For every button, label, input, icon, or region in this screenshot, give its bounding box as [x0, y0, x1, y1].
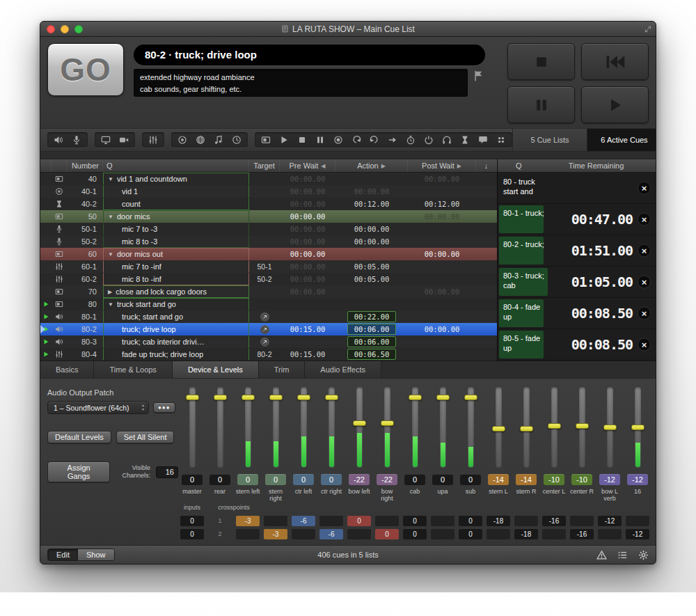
mic-icon[interactable]: [72, 135, 81, 145]
channel-fader[interactable]: [579, 387, 585, 468]
channel-fader[interactable]: [607, 387, 613, 468]
cue-row[interactable]: 50▼door mics00:00.0000:00.00: [40, 210, 497, 223]
timer-icon[interactable]: [406, 135, 416, 145]
crosspoint-cell[interactable]: [292, 529, 315, 539]
cue-row[interactable]: 40-1vid 100:00.0000:00.00: [40, 185, 497, 198]
channel-level-value[interactable]: 0: [460, 474, 481, 485]
disclosure-triangle-icon[interactable]: ▼: [108, 176, 113, 182]
channel-level-value[interactable]: 0: [404, 474, 425, 485]
play-button[interactable]: [581, 86, 649, 123]
active-cue-item[interactable]: 80-5 - fade up00:08.50×: [498, 329, 656, 361]
minimize-window-button[interactable]: [61, 25, 69, 33]
close-active-cue-button[interactable]: ×: [638, 244, 651, 258]
cue-pre-wait[interactable]: 00:15.00: [280, 348, 335, 361]
cue-notes[interactable]: extended highway road ambiance cab sound…: [134, 69, 468, 97]
channel-level-value[interactable]: 0: [237, 474, 258, 485]
group-icon[interactable]: [496, 135, 506, 145]
crosspoint-cell[interactable]: -6: [319, 529, 343, 539]
zoom-window-button[interactable]: [74, 25, 83, 33]
fader-handle-icon[interactable]: [492, 426, 505, 432]
tab-device-levels[interactable]: Device & Levels: [173, 361, 259, 378]
channel-level-value[interactable]: -12: [599, 474, 620, 485]
cue-target[interactable]: 50-2: [249, 273, 280, 285]
fader-handle-icon[interactable]: [631, 425, 644, 430]
go-button[interactable]: GO: [47, 43, 124, 96]
pause-button[interactable]: [507, 86, 575, 123]
close-window-button[interactable]: [47, 25, 55, 33]
cue-target[interactable]: [249, 323, 280, 335]
channel-level-value[interactable]: -10: [544, 474, 564, 485]
disclosure-triangle-icon[interactable]: ▼: [108, 301, 113, 308]
tab-time-loops[interactable]: Time & Loops: [94, 361, 172, 378]
cue-action[interactable]: 00:06.00: [335, 323, 408, 335]
cue-action[interactable]: 00:05.00: [335, 260, 408, 273]
fader-handle-icon[interactable]: [520, 426, 533, 432]
channel-level-value[interactable]: 0: [432, 474, 453, 485]
cue-action[interactable]: 00:00.00: [335, 223, 408, 235]
cue-row[interactable]: 70▶close and lock cargo doors00:00.0000:…: [40, 285, 497, 298]
close-active-cue-button[interactable]: ×: [638, 182, 651, 195]
crosspoint-cell[interactable]: -16: [570, 529, 594, 539]
crosspoint-cell[interactable]: [236, 529, 260, 539]
crosspoint-cell[interactable]: [626, 516, 649, 526]
crosspoint-cell[interactable]: -16: [542, 516, 566, 526]
cue-target[interactable]: 80-2: [249, 348, 280, 361]
cue-action[interactable]: 00:06.00: [335, 335, 408, 348]
assign-gangs-button[interactable]: Assign Gangs: [47, 461, 110, 482]
channel-level-value[interactable]: 0: [293, 474, 314, 485]
channel-fader[interactable]: [412, 387, 418, 468]
cue-row[interactable]: 40-2count00:00.0000:12.0000:12.00: [40, 198, 497, 210]
channel-level-value[interactable]: 0: [321, 474, 342, 485]
show-mode-button[interactable]: Show: [78, 549, 114, 560]
cue-action[interactable]: 00:22.00: [335, 310, 408, 323]
fader-handle-icon[interactable]: [242, 395, 255, 400]
cue-action[interactable]: 00:06.50: [335, 348, 408, 361]
active-cue-item[interactable]: 80-4 - fade up00:08.50×: [498, 298, 656, 329]
channel-fader[interactable]: [217, 387, 223, 468]
crosspoint-cell[interactable]: -6: [292, 516, 315, 526]
edit-mode-button[interactable]: Edit: [48, 549, 78, 560]
visible-channels-value[interactable]: 16: [156, 466, 178, 478]
crosspoint-cell[interactable]: 0: [403, 529, 427, 539]
rewind-button[interactable]: [581, 43, 649, 80]
cue-row[interactable]: 60▼door mics out00:00.0000:00.00: [40, 248, 497, 260]
close-active-cue-button[interactable]: ×: [638, 307, 651, 320]
tab-audio-effects[interactable]: Audio Effects: [305, 361, 381, 378]
channel-fader[interactable]: [189, 387, 196, 468]
channel-level-value[interactable]: -22: [377, 474, 397, 485]
column-header-pre-wait[interactable]: Pre Wait ◀: [280, 159, 335, 172]
target-link-icon[interactable]: [260, 313, 269, 322]
cue-row[interactable]: 60-2mic 8 to -inf50-200:00.0000:05.00: [40, 273, 497, 285]
column-header-post-wait[interactable]: Post Wait ▶: [408, 159, 476, 172]
crosspoint-cell[interactable]: 0: [403, 516, 427, 526]
active-cue-item[interactable]: 80-3 - truck; cab01:05.00×: [498, 267, 656, 298]
cue-row[interactable]: 80-1truck; start and go00:22.00: [40, 310, 497, 323]
channel-level-value[interactable]: -10: [571, 474, 592, 485]
fader-handle-icon[interactable]: [269, 395, 283, 400]
fader-handle-icon[interactable]: [436, 395, 450, 400]
audio-patch-select[interactable]: 1 – Soundflower (64ch) ▲▼: [47, 401, 149, 414]
fader-handle-icon[interactable]: [464, 395, 477, 400]
music-icon[interactable]: [214, 135, 223, 145]
list-icon[interactable]: [617, 550, 628, 560]
target-link-icon[interactable]: [260, 338, 269, 347]
channel-fader[interactable]: [635, 387, 641, 468]
fader-handle-icon[interactable]: [325, 395, 338, 400]
channel-level-value[interactable]: 0: [182, 474, 203, 485]
close-active-cue-button[interactable]: ×: [638, 276, 651, 289]
cue-pre-wait[interactable]: 00:00.00: [280, 210, 335, 223]
channel-fader[interactable]: [356, 387, 363, 468]
flag-icon[interactable]: [473, 70, 485, 82]
target-icon[interactable]: [177, 135, 187, 145]
crosspoint-cell[interactable]: -18: [487, 516, 510, 526]
pause-icon[interactable]: [315, 135, 325, 145]
cue-action[interactable]: 00:00.00: [335, 235, 408, 248]
channel-fader[interactable]: [551, 387, 557, 468]
cue-target[interactable]: [249, 310, 280, 323]
crosspoint-cell[interactable]: -12: [598, 516, 622, 526]
display-icon[interactable]: [101, 135, 111, 145]
channel-fader[interactable]: [440, 387, 446, 468]
channel-level-value[interactable]: -14: [488, 474, 509, 485]
crosspoint-cell[interactable]: 0: [459, 516, 482, 526]
fader-handle-icon[interactable]: [576, 423, 589, 429]
